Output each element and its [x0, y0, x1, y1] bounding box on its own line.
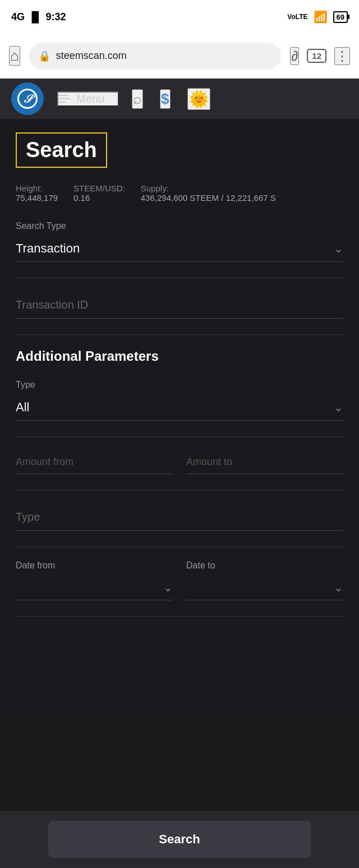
transaction-id-group — [16, 292, 343, 319]
amount-row — [16, 451, 343, 474]
date-to-chevron-icon: ⌄ — [334, 581, 343, 594]
type-select[interactable]: All ⌄ — [16, 394, 343, 421]
url-text: steemscan.com — [56, 50, 127, 62]
wifi-icon: 📶 — [314, 10, 328, 24]
stat-supply: Supply: 436,294,600 STEEM / 12,221,667 S — [141, 183, 276, 203]
time-display: 9:32 — [46, 11, 66, 23]
divider-1 — [16, 278, 343, 278]
supply-value: 436,294,600 STEEM / 12,221,667 S — [141, 193, 276, 203]
search-type-select[interactable]: Transaction ⌄ — [16, 236, 343, 262]
price-value: 0.16 — [73, 193, 90, 203]
search-button[interactable]: Search — [48, 821, 310, 858]
search-type-group: Search Type Transaction ⌄ — [16, 221, 343, 262]
type-input-group — [16, 504, 343, 531]
divider-6 — [16, 616, 343, 617]
battery-level: 69 — [337, 13, 344, 21]
signal-text: 4G — [11, 11, 25, 23]
height-label: Height: — [16, 183, 58, 193]
date-from-label: Date from — [16, 561, 173, 571]
battery-indicator: 69 — [333, 11, 348, 23]
hamburger-line-2 — [58, 98, 71, 99]
price-label: STEEM/USD: — [73, 183, 125, 193]
amount-to-group — [186, 451, 343, 474]
stats-bar: Height: 75,448,179 STEEM/USD: 0.16 Suppl… — [16, 183, 343, 203]
date-to-group: Date to ⌄ — [186, 561, 343, 600]
logo-icon: 𝒮 — [24, 93, 31, 105]
status-left: 4G ▐▌ 9:32 — [11, 11, 66, 23]
status-bar: 4G ▐▌ 9:32 VoLTE 📶 69 — [0, 0, 359, 34]
home-button[interactable]: ⌂ — [9, 46, 20, 66]
chevron-down-icon: ⌄ — [334, 242, 343, 255]
status-right: VoLTE 📶 69 — [287, 10, 348, 24]
browser-actions: ∂ 12 ⋮ — [290, 47, 350, 65]
amount-to-input[interactable] — [186, 451, 343, 474]
search-nav-button[interactable]: ⌕ — [132, 89, 143, 109]
form-section: Search Type Transaction ⌄ Additional Par… — [16, 221, 343, 641]
volte-icon: VoLTE — [287, 13, 307, 21]
stat-height: Height: 75,448,179 — [16, 183, 58, 203]
type-chevron-icon: ⌄ — [334, 401, 343, 414]
date-to-select[interactable]: ⌄ — [186, 575, 343, 600]
type-input[interactable] — [16, 504, 343, 531]
price-button[interactable]: $ — [160, 89, 170, 109]
date-to-label: Date to — [186, 561, 343, 571]
more-options-button[interactable]: ⋮ — [334, 47, 350, 65]
amount-from-group — [16, 451, 173, 474]
page-title-container: Search — [16, 132, 107, 168]
nav-icons: ⌕ $ 🌞 — [132, 88, 210, 110]
logo-inner: 𝒮 — [17, 89, 38, 109]
stat-price: STEEM/USD: 0.16 — [73, 183, 125, 203]
transaction-id-input[interactable] — [16, 292, 343, 319]
additional-params-heading: Additional Parameters — [16, 348, 343, 364]
date-row: Date from ⌄ Date to ⌄ — [16, 561, 343, 600]
divider-4 — [16, 490, 343, 490]
hamburger-icon — [58, 95, 71, 103]
top-nav: 𝒮 Menu ⌕ $ 🌞 — [0, 79, 359, 119]
type-value: All — [16, 400, 29, 415]
type-group: Type All ⌄ — [16, 380, 343, 421]
page-title: Search — [26, 138, 97, 162]
share-button[interactable]: ∂ — [290, 47, 299, 65]
browser-bar: ⌂ 🔒 steemscan.com ∂ 12 ⋮ — [0, 34, 359, 79]
hamburger-line-1 — [58, 95, 68, 96]
page-content: Search Height: 75,448,179 STEEM/USD: 0.1… — [0, 119, 359, 709]
date-from-chevron-icon: ⌄ — [163, 581, 173, 594]
menu-label: Menu — [76, 93, 104, 105]
divider-2 — [16, 334, 343, 335]
supply-label: Supply: — [141, 183, 276, 193]
lock-icon: 🔒 — [38, 50, 50, 62]
hamburger-line-3 — [58, 102, 66, 103]
menu-button[interactable]: Menu — [57, 91, 118, 107]
search-type-value: Transaction — [16, 241, 80, 256]
date-from-group: Date from ⌄ — [16, 561, 173, 600]
divider-3 — [16, 437, 343, 437]
logo-button[interactable]: 𝒮 — [11, 82, 44, 115]
amount-from-input[interactable] — [16, 451, 173, 474]
type-label: Type — [16, 380, 343, 390]
bottom-spacer — [16, 641, 343, 709]
signal-bars: ▐▌ — [28, 11, 43, 23]
tab-count[interactable]: 12 — [307, 49, 326, 63]
search-btn-container: Search — [0, 811, 359, 868]
theme-toggle-button[interactable]: 🌞 — [187, 88, 210, 110]
search-type-label: Search Type — [16, 221, 343, 231]
url-bar[interactable]: 🔒 steemscan.com — [29, 43, 282, 70]
divider-5 — [16, 546, 343, 547]
date-from-select[interactable]: ⌄ — [16, 575, 173, 600]
height-value: 75,448,179 — [16, 193, 58, 203]
